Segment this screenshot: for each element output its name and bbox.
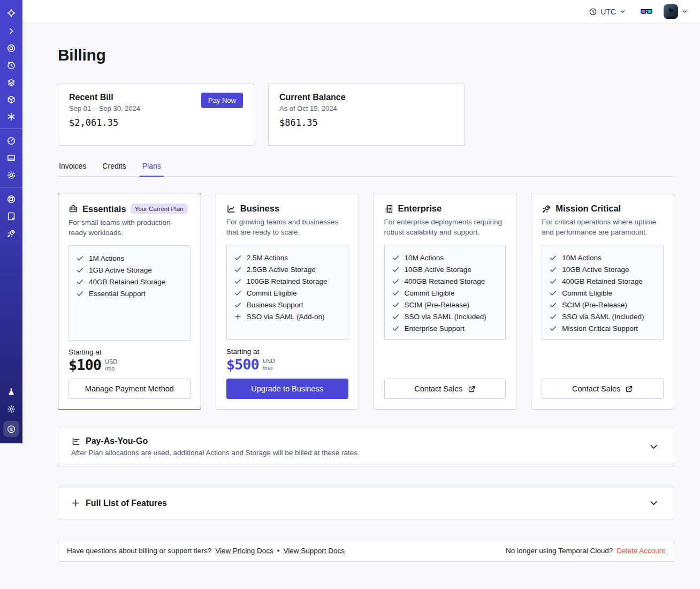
timer-icon[interactable] [4,59,19,72]
feature-item: Commit Eligible [549,287,656,299]
check-icon [549,266,557,274]
plan-name: Mission Critical [556,203,621,214]
chevron-down-icon [681,8,688,15]
check-icon [392,324,400,333]
sun-icon[interactable] [4,403,19,416]
view-support-docs-link[interactable]: View Support Docs [283,547,345,555]
chevron-down-icon[interactable] [646,440,661,454]
page-title: Billing [58,46,674,64]
features-title: Full List of Features [86,499,167,508]
current-balance-asof: As of Oct 15, 2024 [279,104,346,112]
footer-question: Have questions about billing or support … [67,547,211,555]
plan-name: Business [240,203,279,214]
disc-icon[interactable] [4,42,19,55]
feature-item: SCIM (Pre-Release) [392,299,499,311]
starting-at-label: Starting at [69,348,191,356]
check-icon [549,313,557,321]
sidebar-divider [0,129,22,129]
plan-card: Essentials Your Current Plan For small t… [58,193,201,410]
glasses-3d-icon[interactable] [640,7,653,16]
tab-invoices[interactable]: Invoices [58,162,87,176]
plan-feature-box: 1M Actions1GB Active Storage40GB Retaine… [69,245,191,341]
feature-text: SSO via SAML (Add-on) [247,313,325,321]
feature-text: 1GB Active Storage [89,266,152,274]
plan-description: For small teams with production-ready wo… [69,217,191,238]
current-balance-card: Current Balance As of Oct 15, 2024 $861.… [268,84,465,146]
check-icon [392,277,400,285]
tab-credits[interactable]: Credits [101,162,127,176]
check-icon [392,266,400,274]
plan-price: $500 [226,357,259,373]
feature-text: 1M Actions [89,254,124,262]
check-icon [76,290,84,298]
feature-text: 2.5M Actions [247,254,288,262]
plan-action-button[interactable]: Upgrade to Business [226,379,348,399]
cube-icon[interactable] [4,93,19,106]
check-icon [392,254,400,262]
dollar-icon[interactable]: $ [3,421,19,437]
plan-price-unit: USD/mo [263,357,275,372]
payg-subtitle: After Plan allocations are used, additio… [71,449,360,457]
sidebar: $ [0,0,22,443]
check-icon [549,324,557,333]
feature-text: Commit Eligible [562,289,612,297]
pay-now-button[interactable]: Pay Now [201,93,243,108]
payg-panel: Pay-As-You-Go After Plan allocations are… [58,428,674,466]
gear-icon[interactable] [4,169,19,182]
feature-text: SSO via SAML (Included) [562,313,644,321]
plan-price-area: Starting at $100 USD/mo [69,348,191,373]
building-icon [384,204,394,214]
feature-item: 10M Actions [392,252,499,263]
feature-item: SSO via SAML (Included) [392,311,499,322]
check-icon [549,301,557,309]
plan-feature-box: 10M Actions10GB Active Storage400GB Reta… [542,245,664,340]
card-icon[interactable] [4,152,19,164]
feature-item: Commit Eligible [234,287,341,299]
plan-action-button[interactable]: Manage Payment Method [69,379,191,399]
current-plan-badge: Your Current Plan [131,203,188,214]
rocket-icon[interactable] [4,227,19,240]
layers-icon[interactable] [4,76,19,89]
account-menu[interactable] [664,4,688,19]
plus-icon [71,499,81,508]
lifebuoy-icon[interactable] [4,193,19,206]
plans-row: Essentials Your Current Plan For small t… [58,193,674,410]
feature-text: Essential Support [89,290,146,298]
tab-plans[interactable]: Plans [141,162,162,176]
book-icon[interactable] [4,210,19,223]
plan-feature-box: 2.5M Actions2.5GB Active Storage100GB Re… [226,245,348,340]
feature-item: Business Support [234,299,341,311]
timezone-selector[interactable]: UTC [585,7,629,17]
check-icon [234,254,242,262]
recent-bill-card: Recent Bill Sep 01 – Sep 30, 2024 Pay No… [58,84,254,146]
plan-card: Business For growing teams and businesse… [216,193,359,410]
feature-item: 2.5GB Active Storage [234,263,341,275]
temporal-logo-icon[interactable] [4,7,19,20]
view-pricing-docs-link[interactable]: View Pricing Docs [215,547,273,555]
feature-item: 2.5M Actions [234,252,341,263]
plan-action-button[interactable]: Contact Sales [542,379,664,399]
plan-action-button[interactable]: Contact Sales [384,379,506,399]
delete-account-link[interactable]: Delete Account [617,547,665,555]
flask-icon[interactable] [4,386,19,398]
feature-item: SSO via SAML (Included) [549,311,656,322]
feature-text: 2.5GB Active Storage [247,266,316,274]
feature-text: Commit Eligible [247,289,297,297]
feature-item: 10GB Active Storage [392,263,499,275]
chevron-down-icon[interactable] [646,496,661,510]
payg-title: Pay-As-You-Go [86,436,148,446]
check-icon [234,277,242,285]
plan-feature-box: 10M Actions10GB Active Storage400GB Reta… [384,245,506,340]
check-icon [76,278,84,286]
feature-item: 100GB Retained Storage [234,275,341,287]
gauge-icon[interactable] [4,134,19,147]
features-panel: Full List of Features [58,487,674,519]
check-icon [392,313,400,321]
recent-bill-title: Recent Bill [69,93,140,102]
plan-card: Mission Critical For critical operations… [531,193,674,410]
topbar: UTC [22,0,700,24]
feature-item: 400GB Retained Storage [549,275,656,287]
asterisk-icon[interactable] [4,110,19,123]
check-icon [234,289,242,297]
chevron-right-icon[interactable] [4,25,19,37]
